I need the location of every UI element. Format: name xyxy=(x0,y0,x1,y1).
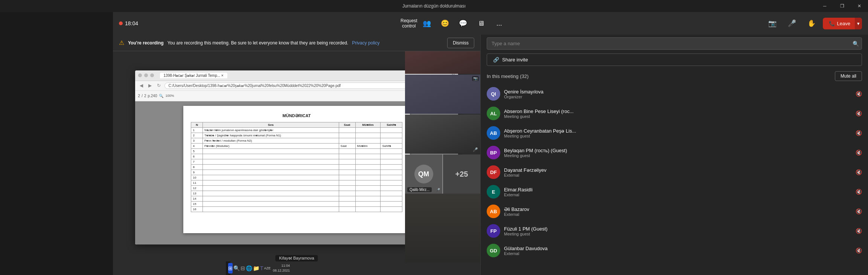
chat-button[interactable]: 💬 xyxy=(455,15,471,32)
privacy-policy-link[interactable]: Privacy policy xyxy=(352,40,379,46)
reactions-button[interactable]: 😊 xyxy=(437,15,453,32)
mic-fuzuli: 🔇 xyxy=(856,228,862,234)
more-button[interactable]: ... xyxy=(491,15,507,32)
name-qenire: Qenire İsmayılova xyxy=(504,89,852,95)
info-fuzuli: Füzuli 1 PM (Guest) Meeting guest xyxy=(504,226,852,236)
back-button[interactable]: ◀ xyxy=(138,82,145,89)
participant-item-beylaqan[interactable]: BP Beylaqan PM (гость) (Guest) Meeting g… xyxy=(484,143,865,162)
role-gulanbar: External xyxy=(504,251,852,256)
video-tile-3: 🎤 xyxy=(405,115,480,154)
taskbar-explorer[interactable]: 📁 xyxy=(253,263,259,273)
pdf-zoom-in[interactable]: 100% xyxy=(166,94,174,98)
mic-elmar: 🔇 xyxy=(856,189,862,195)
table-row: 3 Fənn fənləri / modulları (Forma N2) xyxy=(191,138,402,143)
forward-button[interactable]: ▶ xyxy=(147,82,153,89)
overflow-count: +25 xyxy=(455,170,468,179)
taskbar-teams[interactable]: T xyxy=(260,263,263,273)
taskbar-search[interactable]: 🔍 xyxy=(233,263,240,273)
share-screen-button[interactable]: 🖥 xyxy=(473,15,489,32)
title-bar: Jurnaların düzgün doldurulması ─ ❒ ✕ xyxy=(0,0,868,12)
leave-button[interactable]: 📞 Leave ▾ xyxy=(823,18,862,29)
meeting-time: 18:04 xyxy=(119,20,138,26)
recording-message: You are recording this meeting. Be sure … xyxy=(168,40,349,46)
name-ali: Əli Bazarov xyxy=(504,206,852,212)
browser-dot-1 xyxy=(138,73,142,77)
hand-raise-button[interactable]: ✋ xyxy=(803,15,820,32)
avatar-gulanbar: GD xyxy=(487,244,500,257)
browser-tab[interactable]: 1398-Həcər Şəkər Jurnali Temp... × xyxy=(160,73,227,78)
search-icon: 🔍 xyxy=(853,41,859,47)
minimize-button[interactable]: ─ xyxy=(816,0,833,12)
table-row: 7 xyxy=(191,159,402,164)
name-qm: Qalib Mirz... xyxy=(407,187,432,192)
name-beylaqan: Beylaqan PM (гость) (Guest) xyxy=(504,148,852,153)
participant-item-ali[interactable]: AB Əli Bazarov External 🔇 xyxy=(484,202,865,221)
col-page: Sahifə xyxy=(381,122,402,127)
warning-icon: ⚠ xyxy=(119,39,124,46)
mic-toggle[interactable]: 🎤 xyxy=(784,15,800,32)
mic-qm: 🎤 xyxy=(436,188,440,192)
video-gallery-middle: 🎤 QM Qalib Mirz... 🎤 +25 xyxy=(405,115,480,194)
participant-item-absheron[interactable]: AB Abşeron Ceyranbatan Peşə Lis... Meeti… xyxy=(484,123,865,143)
mic-qenire: 🔇 xyxy=(856,91,862,97)
table-row: 13 xyxy=(191,191,402,196)
table-row: 11 xyxy=(191,180,402,185)
video-tile-bottom xyxy=(405,194,480,263)
taskbar-sys-icons: AZE xyxy=(264,266,271,270)
mute-all-button[interactable]: Mute all xyxy=(835,71,862,81)
pdf-table: N Sıra Saat Müəllim Sahifə 1 xyxy=(191,122,402,212)
maximize-button[interactable]: ❒ xyxy=(833,0,851,12)
info-dayanat: Dayanat Fərzəliyev External xyxy=(504,167,852,177)
table-row: 5 xyxy=(191,148,402,154)
mic-abseron: 🔇 xyxy=(856,110,862,116)
name-fuzuli: Füzuli 1 PM (Guest) xyxy=(504,226,852,232)
camera-on-icon-2: 📷 xyxy=(472,76,479,81)
col-name: Sıra xyxy=(203,122,339,127)
taskbar-edge[interactable]: 🌐 xyxy=(246,263,252,273)
participant-item-fuzuli[interactable]: FP Füzuli 1 PM (Guest) Meeting guest 🔇 xyxy=(484,221,865,241)
close-button[interactable]: ✕ xyxy=(851,0,868,12)
participant-item-elmar[interactable]: E Elmar.Rasidli External 🔇 xyxy=(484,182,865,202)
participant-item-qenire[interactable]: QI Qenire İsmayılova Organizer 🔇 xyxy=(484,84,865,104)
recording-bold-label: You're recording xyxy=(128,40,164,46)
avatar-absheron: AB xyxy=(487,126,500,140)
participant-item-dayanat[interactable]: DF Dayanat Fərzəliyev External 🔇 xyxy=(484,162,865,182)
leave-chevron[interactable]: ▾ xyxy=(855,18,862,29)
in-meeting-header: In this meeting (32) Mute all xyxy=(481,70,868,84)
participants-list: QI Qenire İsmayılova Organizer 🔇 AL Abse… xyxy=(481,84,868,275)
taskbar-start[interactable]: ⊞ xyxy=(228,263,233,273)
toolbar-center-actions: Request control 👥 😊 💬 🖥 ... xyxy=(400,15,507,32)
mic-beylaqan: 🔇 xyxy=(856,150,862,156)
reload-button[interactable]: ↻ xyxy=(155,82,162,89)
search-input[interactable] xyxy=(487,37,862,50)
avatar-dayanat: DF xyxy=(487,165,500,179)
name-absheron: Abşeron Ceyranbatan Peşə Lis... xyxy=(504,128,852,134)
role-absheron: Meeting guest xyxy=(504,134,852,138)
pdf-zoom-out[interactable]: 🔍 xyxy=(159,94,163,98)
table-row: 15 xyxy=(191,201,402,206)
dismiss-button[interactable]: Dismiss xyxy=(447,38,474,48)
participants-button[interactable]: 👥 xyxy=(419,15,435,32)
video-tile-qm: QM Qalib Mirz... 🎤 xyxy=(405,154,442,194)
taskbar-widgets[interactable]: ⊟ xyxy=(241,263,245,273)
pdf-page-num: 2 xyxy=(138,94,140,98)
time-display: 18:04 xyxy=(125,20,138,26)
share-invite-button[interactable]: 🔗 Share invite xyxy=(487,53,862,66)
col-teacher: Müəllim xyxy=(355,122,381,127)
camera-toggle[interactable]: 📷 xyxy=(764,15,781,32)
taskbar: ⊞ 🔍 ⊟ 🌐 📁 T AZE 11:04 08.12.2021 xyxy=(226,261,230,275)
participant-item-abseron[interactable]: AL Abseron Bine Pese Liseyi (roc... Meet… xyxy=(484,104,865,123)
name-abseron: Abseron Bine Pese Liseyi (roc... xyxy=(504,108,852,114)
request-control-button[interactable]: Request control xyxy=(400,15,417,32)
table-row: 6 xyxy=(191,154,402,159)
table-row: 14 xyxy=(191,196,402,201)
avatar-abseron: AL xyxy=(487,107,500,120)
role-ali: External xyxy=(504,212,852,217)
address-bar[interactable]: C:/Users/User/Desktop/1398-həcər%20şəkər… xyxy=(164,82,436,89)
participant-item-gulanbar[interactable]: GD Gülanbar Davudova External 🔇 xyxy=(484,241,865,260)
info-elmar: Elmar.Rasidli External xyxy=(504,187,852,197)
role-fuzuli: Meeting guest xyxy=(504,232,852,236)
name-dayanat: Dayanat Fərzəliyev xyxy=(504,167,852,173)
col-hours: Saat xyxy=(339,122,355,127)
table-row: 16 xyxy=(191,206,402,212)
